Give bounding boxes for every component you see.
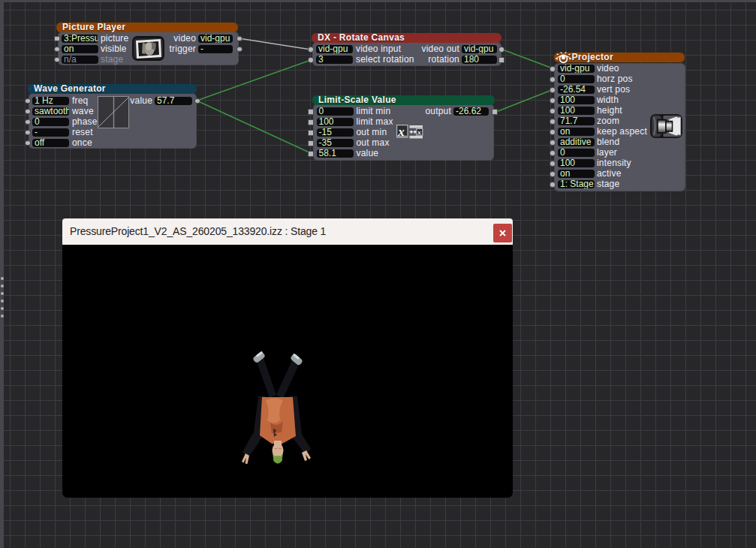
svg-text:x: x (397, 125, 405, 139)
svg-text:x: x (417, 128, 421, 136)
